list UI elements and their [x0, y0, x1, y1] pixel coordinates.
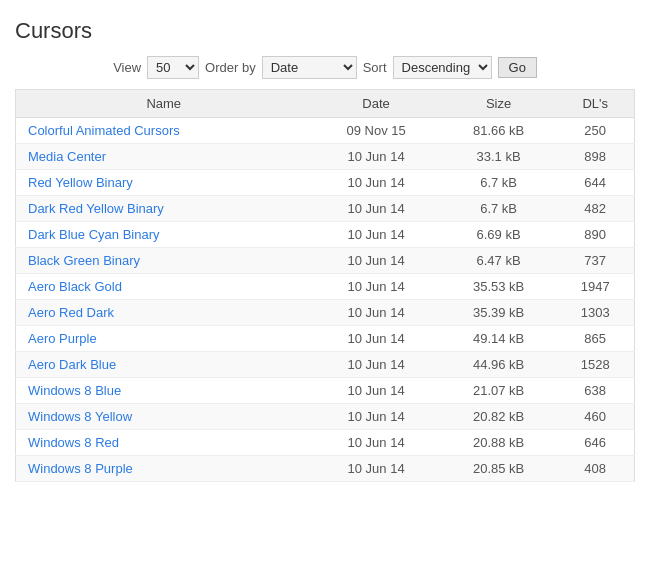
cursor-dls: 890: [556, 222, 634, 248]
cursor-link[interactable]: Dark Blue Cyan Binary: [28, 227, 160, 242]
cursor-dls: 737: [556, 248, 634, 274]
cursor-name-cell: Windows 8 Blue: [16, 378, 312, 404]
cursor-size: 20.85 kB: [441, 456, 557, 482]
header-name: Name: [16, 90, 312, 118]
cursor-dls: 644: [556, 170, 634, 196]
table-row: Aero Dark Blue10 Jun 1444.96 kB1528: [16, 352, 635, 378]
cursor-date: 09 Nov 15: [311, 118, 440, 144]
cursor-name-cell: Windows 8 Red: [16, 430, 312, 456]
cursor-dls: 1303: [556, 300, 634, 326]
table-row: Media Center10 Jun 1433.1 kB898: [16, 144, 635, 170]
cursor-date: 10 Jun 14: [311, 144, 440, 170]
cursor-size: 44.96 kB: [441, 352, 557, 378]
cursor-dls: 408: [556, 456, 634, 482]
header-dls: DL's: [556, 90, 634, 118]
cursor-date: 10 Jun 14: [311, 248, 440, 274]
cursor-size: 6.7 kB: [441, 196, 557, 222]
cursor-size: 20.82 kB: [441, 404, 557, 430]
cursor-size: 21.07 kB: [441, 378, 557, 404]
cursor-name-cell: Windows 8 Purple: [16, 456, 312, 482]
cursor-link[interactable]: Aero Purple: [28, 331, 97, 346]
cursor-link[interactable]: Aero Dark Blue: [28, 357, 116, 372]
cursor-name-cell: Windows 8 Yellow: [16, 404, 312, 430]
cursor-link[interactable]: Windows 8 Red: [28, 435, 119, 450]
table-row: Red Yellow Binary10 Jun 146.7 kB644: [16, 170, 635, 196]
cursor-link[interactable]: Colorful Animated Cursors: [28, 123, 180, 138]
cursor-size: 6.7 kB: [441, 170, 557, 196]
table-row: Aero Purple10 Jun 1449.14 kB865: [16, 326, 635, 352]
view-select[interactable]: 10 25 50 100: [147, 56, 199, 79]
cursor-date: 10 Jun 14: [311, 326, 440, 352]
cursor-link[interactable]: Red Yellow Binary: [28, 175, 133, 190]
table-row: Aero Red Dark10 Jun 1435.39 kB1303: [16, 300, 635, 326]
table-row: Windows 8 Blue10 Jun 1421.07 kB638: [16, 378, 635, 404]
order-label: Order by: [205, 60, 256, 75]
table-header-row: Name Date Size DL's: [16, 90, 635, 118]
cursor-dls: 865: [556, 326, 634, 352]
cursor-dls: 898: [556, 144, 634, 170]
cursor-date: 10 Jun 14: [311, 222, 440, 248]
cursor-link[interactable]: Dark Red Yellow Binary: [28, 201, 164, 216]
cursor-link[interactable]: Aero Black Gold: [28, 279, 122, 294]
cursor-size: 49.14 kB: [441, 326, 557, 352]
cursor-date: 10 Jun 14: [311, 456, 440, 482]
cursor-name-cell: Aero Red Dark: [16, 300, 312, 326]
cursor-link[interactable]: Black Green Binary: [28, 253, 140, 268]
cursor-name-cell: Red Yellow Binary: [16, 170, 312, 196]
cursor-size: 33.1 kB: [441, 144, 557, 170]
go-button[interactable]: Go: [498, 57, 537, 78]
cursor-name-cell: Black Green Binary: [16, 248, 312, 274]
table-row: Windows 8 Purple10 Jun 1420.85 kB408: [16, 456, 635, 482]
cursor-dls: 250: [556, 118, 634, 144]
cursor-size: 35.39 kB: [441, 300, 557, 326]
table-row: Aero Black Gold10 Jun 1435.53 kB1947: [16, 274, 635, 300]
cursor-dls: 482: [556, 196, 634, 222]
cursor-dls: 1947: [556, 274, 634, 300]
cursor-name-cell: Media Center: [16, 144, 312, 170]
table-row: Windows 8 Yellow10 Jun 1420.82 kB460: [16, 404, 635, 430]
cursor-name-cell: Dark Red Yellow Binary: [16, 196, 312, 222]
controls-bar: View 10 25 50 100 Order by Date Name Siz…: [15, 56, 635, 79]
cursor-date: 10 Jun 14: [311, 404, 440, 430]
order-select[interactable]: Date Name Size Downloads: [262, 56, 357, 79]
cursor-date: 10 Jun 14: [311, 170, 440, 196]
table-row: Colorful Animated Cursors09 Nov 1581.66 …: [16, 118, 635, 144]
cursor-link[interactable]: Windows 8 Blue: [28, 383, 121, 398]
cursor-size: 6.69 kB: [441, 222, 557, 248]
cursor-size: 6.47 kB: [441, 248, 557, 274]
cursor-name-cell: Aero Purple: [16, 326, 312, 352]
cursor-date: 10 Jun 14: [311, 430, 440, 456]
table-row: Black Green Binary10 Jun 146.47 kB737: [16, 248, 635, 274]
cursors-table: Name Date Size DL's Colorful Animated Cu…: [15, 89, 635, 482]
cursor-date: 10 Jun 14: [311, 274, 440, 300]
view-label: View: [113, 60, 141, 75]
cursor-size: 35.53 kB: [441, 274, 557, 300]
page-title: Cursors: [15, 18, 635, 44]
cursor-name-cell: Dark Blue Cyan Binary: [16, 222, 312, 248]
sort-label: Sort: [363, 60, 387, 75]
table-row: Windows 8 Red10 Jun 1420.88 kB646: [16, 430, 635, 456]
cursor-link[interactable]: Media Center: [28, 149, 106, 164]
cursor-link[interactable]: Windows 8 Yellow: [28, 409, 132, 424]
cursor-link[interactable]: Windows 8 Purple: [28, 461, 133, 476]
cursor-date: 10 Jun 14: [311, 352, 440, 378]
cursor-date: 10 Jun 14: [311, 196, 440, 222]
header-size: Size: [441, 90, 557, 118]
sort-select[interactable]: Descending Ascending: [393, 56, 492, 79]
cursor-dls: 1528: [556, 352, 634, 378]
cursor-name-cell: Aero Black Gold: [16, 274, 312, 300]
cursor-name-cell: Aero Dark Blue: [16, 352, 312, 378]
table-row: Dark Red Yellow Binary10 Jun 146.7 kB482: [16, 196, 635, 222]
cursor-link[interactable]: Aero Red Dark: [28, 305, 114, 320]
header-date: Date: [311, 90, 440, 118]
cursor-dls: 646: [556, 430, 634, 456]
cursor-size: 20.88 kB: [441, 430, 557, 456]
cursor-date: 10 Jun 14: [311, 300, 440, 326]
cursor-dls: 460: [556, 404, 634, 430]
table-row: Dark Blue Cyan Binary10 Jun 146.69 kB890: [16, 222, 635, 248]
cursor-date: 10 Jun 14: [311, 378, 440, 404]
cursor-dls: 638: [556, 378, 634, 404]
cursor-name-cell: Colorful Animated Cursors: [16, 118, 312, 144]
cursor-size: 81.66 kB: [441, 118, 557, 144]
